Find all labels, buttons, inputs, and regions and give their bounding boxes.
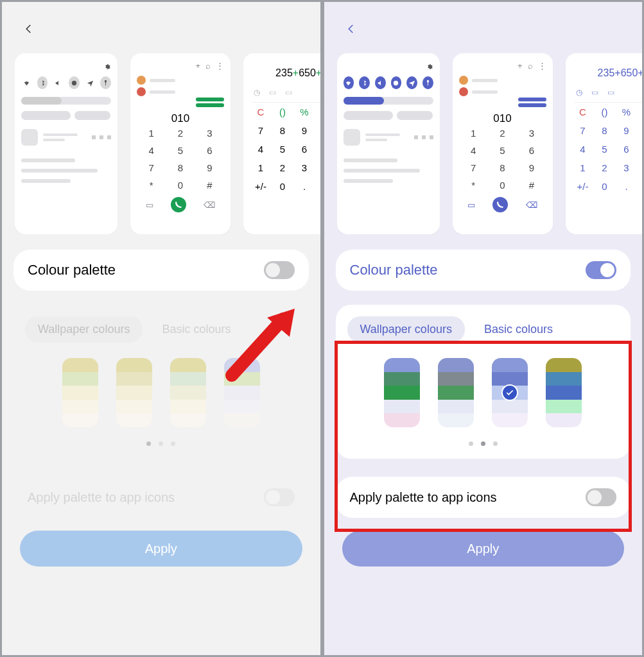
dial-keypad: 123456789*0# — [459, 128, 546, 191]
check-badge-icon — [501, 384, 518, 401]
palette-swatch[interactable] — [116, 358, 152, 427]
tab-basic-colours[interactable]: Basic colours — [471, 316, 566, 343]
flashlight-icon — [100, 76, 111, 89]
preview-dialer: +⌕⋮ 010 123456789*0# ▭ ⌫ — [130, 53, 231, 234]
swatch-row — [347, 358, 620, 427]
rotation-icon — [391, 76, 402, 89]
volume-icon — [53, 76, 64, 89]
calc-expression: 235+650+37 — [576, 67, 643, 79]
apply-icons-toggle[interactable] — [264, 488, 295, 506]
brightness-slider — [21, 97, 111, 105]
search-icon: ⌕ — [528, 61, 533, 71]
preview-dialer: +⌕⋮ 010 123456789*0# ▭ ⌫ — [453, 53, 553, 234]
palette-options: Wallpaper colours Basic colours — [13, 305, 309, 459]
svg-point-3 — [394, 80, 398, 85]
apply-icons-label: Apply palette to app icons — [28, 490, 175, 505]
ruler-icon: ▭ — [269, 88, 276, 97]
colour-palette-title: Colour palette — [28, 262, 116, 278]
apply-icons-toggle[interactable] — [586, 488, 616, 506]
preview-calculator: 235+650+37 ◷▭▭ C()%789456123+/-0. — [243, 53, 320, 234]
call-button — [492, 197, 508, 212]
chevron-left-icon — [23, 23, 35, 35]
bluetooth-icon — [37, 76, 48, 89]
video-icon: ▭ — [146, 200, 153, 210]
volume-icon — [375, 76, 386, 89]
wifi-icon — [21, 76, 32, 89]
wifi-icon — [344, 76, 354, 89]
brightness-slider — [344, 97, 433, 105]
palette-swatch[interactable] — [438, 358, 474, 427]
airplane-icon — [406, 76, 417, 89]
calc-keypad: C()%789456123+/-0. — [572, 107, 643, 192]
apply-icons-label: Apply palette to app icons — [350, 490, 497, 505]
pager-dots — [347, 441, 620, 446]
back-button[interactable] — [20, 20, 38, 38]
search-icon: ⌕ — [205, 61, 211, 71]
preview-quicksettings — [15, 53, 117, 234]
expand-icon: ▭ — [285, 88, 292, 97]
palette-swatch[interactable] — [384, 358, 420, 427]
palette-swatch[interactable] — [492, 358, 528, 427]
backspace-icon: ⌫ — [526, 200, 537, 210]
bluetooth-icon — [359, 76, 370, 89]
preview-quicksettings — [337, 53, 440, 234]
dial-number: 010 — [137, 112, 224, 125]
palette-swatch[interactable] — [62, 358, 98, 427]
calc-expression: 235+650+37 — [254, 67, 320, 79]
back-button[interactable] — [342, 20, 360, 38]
colour-palette-toggle[interactable] — [586, 261, 616, 279]
pager-dots — [25, 441, 297, 446]
airplane-icon — [85, 76, 96, 89]
gear-icon — [427, 61, 433, 73]
rotation-icon — [69, 76, 80, 89]
palette-swatch[interactable] — [224, 358, 260, 427]
gear-icon — [105, 61, 111, 73]
ruler-icon: ▭ — [591, 88, 598, 97]
palette-swatch[interactable] — [546, 358, 582, 427]
tab-basic-colours[interactable]: Basic colours — [149, 316, 243, 343]
video-icon: ▭ — [467, 200, 475, 210]
apply-button[interactable]: Apply — [342, 531, 625, 567]
chevron-left-icon — [345, 23, 357, 35]
calc-keypad: C()%789456123+/-0. — [250, 107, 320, 192]
apply-button[interactable]: Apply — [20, 531, 302, 567]
colour-palette-card: Colour palette — [13, 250, 309, 291]
history-icon: ◷ — [254, 88, 260, 97]
tab-wallpaper-colours[interactable]: Wallpaper colours — [25, 316, 143, 343]
theme-preview-strip: +⌕⋮ 010 123456789*0# ▭ ⌫ 235+650+37 ◷▭▭ … — [337, 53, 643, 234]
palette-swatch[interactable] — [170, 358, 206, 427]
backspace-icon: ⌫ — [204, 200, 215, 210]
swatch-row — [25, 358, 297, 427]
dial-number: 010 — [459, 112, 546, 125]
preview-calculator: 235+650+37 ◷▭▭ C()%789456123+/-0. — [566, 53, 643, 234]
tab-wallpaper-colours[interactable]: Wallpaper colours — [347, 316, 465, 343]
dial-keypad: 123456789*0# — [137, 128, 224, 191]
palette-options: Wallpaper colours Basic colours — [336, 305, 631, 459]
history-icon: ◷ — [576, 88, 582, 97]
svg-point-1 — [72, 80, 76, 85]
call-button — [171, 197, 186, 212]
colour-palette-title: Colour palette — [350, 262, 438, 278]
flashlight-icon — [422, 76, 433, 89]
theme-preview-strip: +⌕⋮ 010 123456789*0# ▭ ⌫ 235+650+37 ◷▭▭ … — [15, 53, 320, 234]
expand-icon: ▭ — [607, 88, 614, 97]
colour-palette-toggle[interactable] — [264, 261, 295, 279]
colour-palette-card: Colour palette — [336, 250, 631, 291]
